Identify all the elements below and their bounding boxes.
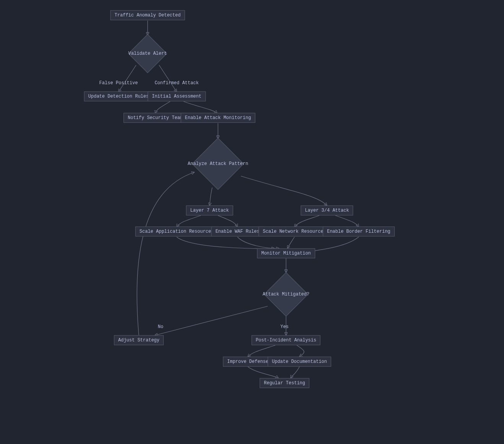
node-update-rules: Update Detection Rules (84, 91, 153, 101)
node-attack-mitigated (264, 272, 308, 317)
node-monitor-mitigation: Monitor Mitigation (257, 248, 315, 258)
node-notify-team: Notify Security Team (124, 113, 187, 123)
flowchart-canvas: Traffic Anomaly Detected Validate Alert … (0, 0, 504, 444)
edges-layer (0, 0, 504, 444)
node-improve-defense: Improve Defense (223, 357, 273, 367)
edge-label-confirmed-attack: Confirmed Attack (154, 80, 198, 86)
node-enable-monitoring: Enable Attack Monitoring (181, 113, 255, 123)
node-traffic-anomaly: Traffic Anomaly Detected (111, 10, 185, 20)
node-scale-net: Scale Network Resources (259, 227, 330, 237)
node-layer34: Layer 3/4 Attack (301, 206, 353, 215)
node-update-doc: Update Documentation (268, 357, 331, 367)
node-adjust-strategy: Adjust Strategy (114, 335, 164, 345)
edge-label-false-positive: False Positive (99, 80, 138, 86)
node-analyze-pattern (192, 138, 244, 190)
node-validate-alert (128, 34, 167, 73)
node-layer7: Layer 7 Attack (186, 206, 233, 215)
node-regular-testing: Regular Testing (260, 378, 309, 388)
node-scale-app: Scale Application Resources (135, 227, 218, 237)
edge-label-yes: Yes (280, 324, 289, 330)
node-initial-assessment: Initial Assessment (148, 91, 206, 101)
node-enable-waf: Enable WAF Rules (211, 227, 263, 237)
node-enable-border: Enable Border Filtering (323, 227, 395, 237)
edge-label-no: No (158, 324, 163, 330)
node-post-incident: Post-Incident Analysis (252, 335, 320, 345)
